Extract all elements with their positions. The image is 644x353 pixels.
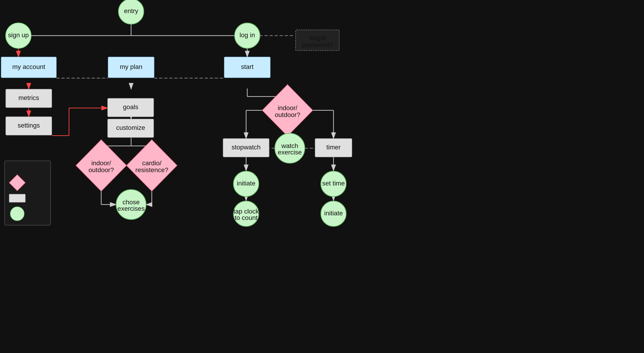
myplan-label: my plan bbox=[120, 63, 142, 70]
choseexercises-label2: exercises bbox=[118, 205, 145, 212]
settings-label: settings bbox=[18, 122, 40, 129]
watchexercise-label2: exercise bbox=[278, 149, 302, 156]
tapclocktocount-label: tap clock bbox=[234, 208, 259, 215]
entry-label: entry bbox=[124, 7, 138, 14]
start-label: start bbox=[241, 63, 254, 70]
customize-label: customize bbox=[116, 124, 145, 131]
timer-label: timer bbox=[326, 144, 341, 151]
legend-rect bbox=[9, 194, 25, 202]
goals-label: goals bbox=[123, 103, 138, 110]
tapclocktocount-label2: to count bbox=[234, 214, 258, 221]
stopwatch-label: stopwatch bbox=[232, 144, 260, 151]
signup-label: sign up bbox=[8, 31, 29, 39]
watchexercise-label: watch bbox=[281, 142, 298, 149]
indooroutdoor1-label2: outdoor? bbox=[88, 166, 114, 174]
indooroutdoor2-label2: outdoor? bbox=[275, 111, 300, 118]
indooroutdoor2-label: indoor/ bbox=[278, 104, 298, 111]
initiate2-label: initiate bbox=[324, 210, 343, 217]
forgot-password-label: forgot bbox=[309, 34, 326, 42]
forgot-password-label2: password? bbox=[302, 41, 333, 48]
cardio-label: cardio/ bbox=[142, 159, 162, 167]
legend-circle bbox=[10, 207, 24, 221]
settime-label: set time bbox=[322, 180, 345, 187]
cardio-label2: resistence? bbox=[135, 166, 168, 174]
choseexercises-label: chose bbox=[122, 199, 140, 206]
login-label: log in bbox=[240, 31, 255, 39]
flowchart-diagram: entry sign up log in forgot password? my… bbox=[0, 0, 644, 353]
initiate1-label: initiate bbox=[237, 180, 256, 187]
myaccount-label: my account bbox=[12, 63, 45, 70]
metrics-label: metrics bbox=[18, 94, 39, 101]
indooroutdoor1-label: indoor/ bbox=[91, 159, 111, 167]
